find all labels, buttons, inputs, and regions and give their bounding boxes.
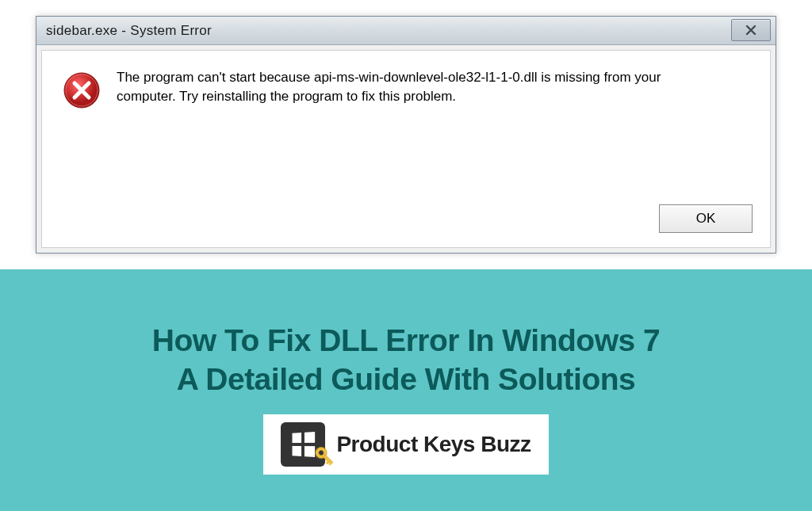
article-headline: How To Fix DLL Error In Windows 7 A Deta… <box>152 322 660 399</box>
ok-button[interactable]: OK <box>659 204 753 233</box>
screenshot-area: sidebar.exe - System Error <box>0 0 812 269</box>
brand-logo: Product Keys Buzz <box>263 414 548 475</box>
logo-badge <box>281 422 325 467</box>
close-icon <box>745 25 756 36</box>
dialog-title-bar: sidebar.exe - System Error <box>36 17 776 45</box>
article-banner: How To Fix DLL Error In Windows 7 A Deta… <box>0 269 812 511</box>
error-message: The program can't start because api-ms-w… <box>117 68 672 106</box>
headline-line-2: A Detailed Guide With Solutions <box>152 360 660 399</box>
dialog-body: The program can't start because api-ms-w… <box>41 50 771 248</box>
message-row: The program can't start because api-ms-w… <box>63 68 749 109</box>
error-dialog-window: sidebar.exe - System Error <box>36 16 776 254</box>
error-icon <box>63 71 101 109</box>
close-button[interactable] <box>731 19 771 41</box>
dialog-title: sidebar.exe - System Error <box>46 23 212 39</box>
logo-text: Product Keys Buzz <box>336 432 530 457</box>
headline-line-1: How To Fix DLL Error In Windows 7 <box>152 322 660 360</box>
